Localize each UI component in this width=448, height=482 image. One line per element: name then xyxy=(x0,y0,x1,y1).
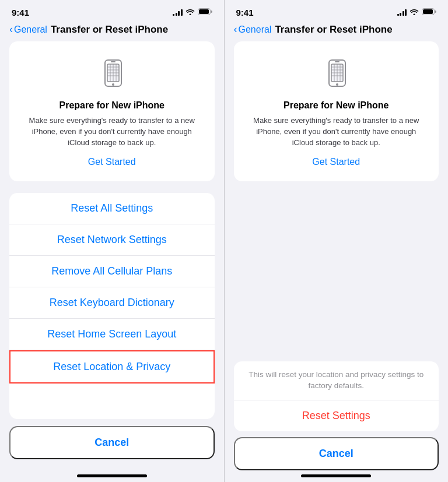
svg-point-17 xyxy=(336,83,338,86)
right-panel: 9:41 xyxy=(225,0,449,482)
confirm-dialog: This will reset your location and privac… xyxy=(225,361,449,482)
get-started-button-left[interactable]: Get Started xyxy=(21,157,203,167)
reset-network-settings-item[interactable]: Reset Network Settings xyxy=(9,224,215,256)
back-button-left[interactable]: ‹ General xyxy=(9,23,47,36)
cancel-button-right[interactable]: Cancel xyxy=(234,437,439,470)
reset-options-list: Reset All Settings Reset Network Setting… xyxy=(9,193,215,419)
signal-icon-right xyxy=(397,9,407,16)
wifi-icon-right xyxy=(410,8,419,17)
status-time-right: 9:41 xyxy=(236,8,254,17)
back-label-left: General xyxy=(14,24,47,35)
svg-rect-5 xyxy=(111,61,116,62)
phone-transfer-icon xyxy=(21,55,203,93)
battery-icon-right xyxy=(422,7,436,17)
back-label-right: General xyxy=(239,24,272,35)
chevron-left-icon-right: ‹ xyxy=(234,23,237,36)
svg-rect-18 xyxy=(335,61,340,62)
home-indicator-left xyxy=(77,474,147,477)
cancel-button-left[interactable]: Cancel xyxy=(9,426,215,459)
prepare-card-right: Prepare for New iPhone Make sure everyth… xyxy=(234,41,439,181)
status-bar-left: 9:41 xyxy=(0,0,224,21)
wifi-icon xyxy=(186,8,195,17)
nav-bar-left: ‹ General Transfer or Reset iPhone xyxy=(0,21,224,41)
signal-icon xyxy=(173,9,183,16)
confirm-description: This will reset your location and privac… xyxy=(234,361,439,400)
nav-bar-right: ‹ General Transfer or Reset iPhone xyxy=(225,21,449,41)
remove-cellular-plans-item[interactable]: Remove All Cellular Plans xyxy=(9,256,215,287)
status-time-left: 9:41 xyxy=(12,8,29,17)
confirm-card: This will reset your location and privac… xyxy=(234,361,439,431)
status-icons-left xyxy=(173,7,212,17)
svg-point-4 xyxy=(112,83,114,86)
prepare-description-right: Make sure everything's ready to transfer… xyxy=(246,115,428,149)
reset-home-screen-item[interactable]: Reset Home Screen Layout xyxy=(9,319,215,350)
battery-icon xyxy=(198,7,212,17)
confirm-reset-button[interactable]: Reset Settings xyxy=(234,400,439,431)
phone-transfer-icon-right xyxy=(246,55,428,93)
prepare-title-right: Prepare for New iPhone xyxy=(246,100,428,111)
left-panel: 9:41 xyxy=(0,0,224,482)
status-bar-right: 9:41 xyxy=(225,0,449,21)
page-title-right: Transfer or Reset iPhone xyxy=(275,24,392,36)
prepare-card-left: Prepare for New iPhone Make sure everyth… xyxy=(9,41,215,181)
svg-rect-1 xyxy=(199,9,209,14)
chevron-left-icon: ‹ xyxy=(9,23,13,36)
get-started-button-right[interactable]: Get Started xyxy=(246,157,428,167)
prepare-description-left: Make sure everything's ready to transfer… xyxy=(21,115,203,149)
main-content-left: Prepare for New iPhone Make sure everyth… xyxy=(0,41,224,419)
reset-keyboard-dictionary-item[interactable]: Reset Keyboard Dictionary xyxy=(9,287,215,319)
status-icons-right xyxy=(397,7,437,17)
prepare-title-left: Prepare for New iPhone xyxy=(21,100,203,111)
svg-rect-14 xyxy=(423,9,433,14)
reset-location-privacy-item[interactable]: Reset Location & Privacy xyxy=(9,350,215,384)
reset-all-settings-item[interactable]: Reset All Settings xyxy=(9,193,215,224)
back-button-right[interactable]: ‹ General xyxy=(234,23,272,36)
cancel-section-left: Cancel xyxy=(0,419,224,471)
page-title-left: Transfer or Reset iPhone xyxy=(51,24,168,36)
